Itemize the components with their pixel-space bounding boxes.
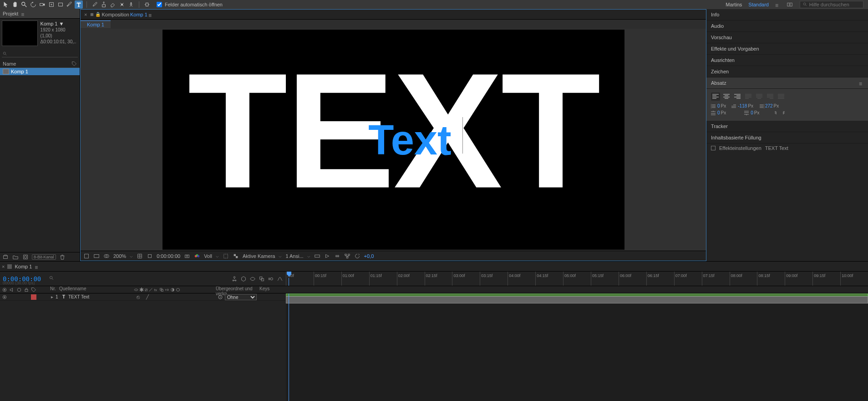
ruler-tick[interactable]: 05:00f [563,272,591,286]
new-comp-icon[interactable] [22,254,29,260]
clone-tool[interactable] [100,0,108,9]
snapshot-icon[interactable] [184,253,190,259]
adjustment-icon[interactable] [170,288,175,292]
panel-menu-icon[interactable] [35,265,39,268]
label-icon[interactable] [71,61,77,67]
puppet-tool[interactable] [127,0,135,9]
audio-col-icon[interactable] [9,287,15,293]
justify-all-button[interactable] [777,93,786,101]
panel-preview[interactable]: Vorschau [706,32,868,43]
ruler-tick[interactable]: 03:00f [452,272,480,286]
transparency-icon[interactable] [233,253,239,259]
text-layer-small[interactable]: Text [368,116,451,164]
panel-effects[interactable]: Effekte und Vorgaben [706,43,868,55]
frame-blend-switch-icon[interactable] [159,288,164,292]
graph-editor-icon[interactable] [277,276,283,282]
pickwhip-icon[interactable] [218,294,223,300]
overflow-icon[interactable] [786,1,793,8]
zoom-value[interactable]: 200% [113,253,126,259]
motion-blur-switch-icon[interactable] [165,288,169,292]
ruler-tick[interactable]: 02:15f [425,272,452,286]
magnify-icon[interactable] [83,253,90,259]
shy-icon[interactable] [134,288,138,292]
expand-arrow-icon[interactable]: ▸ [49,294,55,299]
roi-icon[interactable] [223,253,229,259]
text-tool[interactable] [75,0,83,9]
eraser-tool[interactable] [109,0,117,9]
auto-open-checkbox[interactable] [157,2,162,7]
video-col-icon[interactable] [2,287,7,293]
quality-switch[interactable]: ╱ [146,294,149,299]
exposure-value[interactable]: +0,0 [364,253,374,259]
help-search-input[interactable] [809,2,860,7]
ruler-tick[interactable]: 00:15f [314,272,341,286]
col-parent[interactable]: Übergeordnet und verkn... [215,286,259,293]
track-area[interactable] [286,293,868,401]
panel-character[interactable]: Zeichen [706,66,868,77]
ruler-tick[interactable]: 01:00f [341,272,369,286]
label-col-icon[interactable] [31,287,36,293]
flowchart-tab[interactable]: Komp 1 [81,21,111,28]
frame-blend-icon[interactable] [259,276,265,282]
comp-mini-flowchart-icon[interactable] [231,276,238,282]
panel-menu-icon[interactable] [21,12,25,15]
fx-switch-icon[interactable]: fx [154,288,158,292]
timeline-tab-label[interactable]: Komp 1 [15,264,32,269]
ruler-tick[interactable]: 06:15f [646,272,674,286]
time-ruler[interactable]: :00f00:15f01:00f01:15f02:00f02:15f03:00f… [286,272,868,286]
zoom-tool[interactable] [20,0,28,9]
indent-first-line[interactable]: -118Px [731,103,753,108]
align-right-button[interactable] [733,93,742,101]
tab-square-icon[interactable] [90,12,94,17]
draft3d-icon[interactable] [240,276,247,282]
brush-tool[interactable] [91,0,99,9]
timeline-search[interactable] [49,276,54,282]
panel-align[interactable]: Ausrichten [706,55,868,66]
panel-menu-icon[interactable] [859,81,863,85]
close-tab-icon[interactable]: × [2,264,5,269]
solo-col-icon[interactable] [16,287,22,293]
justify-last-left-button[interactable] [744,93,753,101]
effect-settings-row[interactable]: Effekteinstellungen TEXT Text [706,144,868,153]
ruler-tick[interactable]: 04:00f [508,272,535,286]
shy-switch[interactable]: ⎋ [137,294,140,300]
roto-tool[interactable] [118,0,126,9]
text-direction[interactable] [774,111,786,115]
hand-tool[interactable] [11,0,19,9]
panel-info[interactable]: Info [706,9,868,21]
pixel-ar-icon[interactable] [314,253,320,259]
ruler-tick[interactable]: 09:15f [812,272,840,286]
ruler-tick[interactable]: 02:00f [397,272,425,286]
reset-exposure-icon[interactable] [354,253,360,259]
ruler-tick[interactable]: 10:00f [840,272,868,286]
tab-icon[interactable] [7,264,12,269]
guides-icon[interactable] [147,253,153,259]
layer-label-color[interactable] [31,294,36,300]
playhead[interactable] [286,272,292,278]
ruler-tick[interactable]: 07:00f [674,272,702,286]
project-item-comp[interactable]: Komp 1 [0,68,80,75]
selection-tool[interactable] [2,0,10,9]
3d-icon[interactable] [176,288,180,292]
align-left-button[interactable] [711,93,720,101]
layer-duration-bar[interactable] [286,296,868,303]
fast-preview-icon[interactable] [324,253,330,259]
col-source-name[interactable]: Quellenname [58,286,132,293]
ruler-tick[interactable]: 08:15f [757,272,785,286]
panel-content-fill[interactable]: Inhaltsbasierte Füllung [706,132,868,144]
quality-icon[interactable] [148,288,153,292]
justify-last-center-button[interactable] [755,93,764,101]
panel-tracker[interactable]: Tracker [706,121,868,132]
collapse-icon[interactable]: ⧄ [145,287,147,293]
ruler-tick[interactable]: 06:00f [619,272,646,286]
parent-dropdown[interactable]: Ohne [225,294,257,300]
grid-icon[interactable] [137,253,143,259]
bpc-indicator[interactable]: 8-Bit-Kanal [32,254,56,260]
ruler-tick[interactable]: 07:15f [702,272,730,286]
folder-icon[interactable] [12,254,19,260]
workspace-selector[interactable]: Standard [748,2,769,7]
indent-right[interactable]: 272Px [759,103,779,108]
comp-name-label[interactable]: Komp 1 [130,12,147,17]
project-search[interactable] [2,51,78,57]
panel-audio[interactable]: Audio [706,21,868,32]
